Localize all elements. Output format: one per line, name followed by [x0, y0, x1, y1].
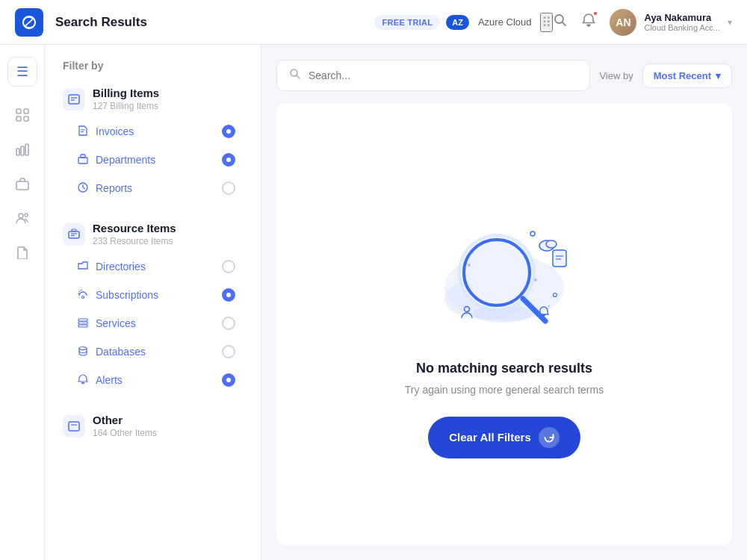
subscriptions-icon — [78, 289, 88, 302]
billing-filter-items: Invoices Departments — [63, 119, 243, 201]
other-group-title: Other — [93, 414, 157, 426]
no-results-title: No matching search results — [416, 361, 592, 376]
filter-item-services[interactable]: Services — [70, 311, 243, 336]
free-trial-badge: FREE TRIAL — [374, 15, 440, 30]
svg-rect-26 — [78, 322, 87, 324]
alerts-icon — [78, 374, 88, 387]
resource-group-icon — [63, 223, 85, 246]
directories-label: Directories — [96, 261, 146, 273]
user-subtitle: Cloud Banking Acc... — [644, 23, 720, 32]
filter-item-databases[interactable]: Databases — [70, 339, 243, 364]
navbar-center: FREE TRIAL AZ Azure Cloud ⠿ — [374, 13, 553, 32]
sidebar-icon-file[interactable] — [7, 237, 37, 267]
resource-group-count: 233 Resource Items — [93, 236, 176, 246]
sidebar-icon-chart[interactable] — [7, 134, 37, 164]
view-by-button[interactable]: Most Recent ▾ — [642, 63, 732, 88]
cloud-name: Azure Cloud — [478, 16, 532, 28]
reports-icon — [78, 182, 88, 195]
departments-label: Departments — [96, 154, 155, 166]
empty-illustration — [422, 190, 586, 340]
filter-group-resource-header: Resource Items 233 Resource Items — [63, 222, 243, 246]
hamburger-button[interactable]: ☰ — [7, 57, 37, 87]
svg-rect-7 — [21, 146, 24, 155]
navbar-right: AN Aya Nakamura Cloud Banking Acc... ▾ — [553, 9, 732, 36]
search-input[interactable] — [309, 69, 577, 81]
filter-group-billing-header: Billing Items 127 Billing Items — [63, 87, 243, 111]
svg-point-28 — [79, 346, 87, 349]
svg-rect-23 — [72, 229, 76, 231]
databases-label: Databases — [96, 346, 146, 358]
more-options-button[interactable]: ⠿ — [540, 13, 553, 32]
user-area[interactable]: AN Aya Nakamura Cloud Banking Acc... ▾ — [610, 9, 732, 36]
filter-item-alerts[interactable]: Alerts — [70, 367, 243, 393]
main-layout: ☰ Filter by Billing Items — [0, 45, 747, 560]
databases-radio[interactable] — [222, 345, 235, 358]
departments-icon — [78, 154, 88, 167]
clear-filters-button[interactable]: Clear All Filters — [428, 417, 580, 458]
sidebar-icon-grid[interactable] — [7, 100, 37, 130]
svg-point-49 — [534, 279, 537, 281]
filter-item-subscriptions[interactable]: Subscriptions — [70, 282, 243, 308]
svg-rect-18 — [81, 155, 85, 158]
app-logo — [15, 8, 43, 37]
filter-item-reports[interactable]: Reports — [70, 175, 243, 201]
directories-radio[interactable] — [222, 260, 235, 273]
user-name: Aya Nakamura — [644, 12, 720, 23]
reports-radio[interactable] — [222, 181, 235, 195]
svg-rect-4 — [16, 116, 21, 121]
invoices-label: Invoices — [96, 125, 134, 137]
resource-filter-items: Directories Subscriptions — [63, 254, 243, 393]
svg-point-24 — [82, 296, 84, 298]
services-label: Services — [96, 317, 136, 329]
services-icon — [78, 317, 88, 330]
billing-group-count: 127 Billing Items — [93, 101, 159, 111]
invoices-radio[interactable] — [222, 125, 235, 138]
notification-dot — [592, 10, 598, 16]
billing-group-icon — [63, 88, 85, 111]
other-group-count: 164 Other Items — [93, 428, 157, 438]
filter-group-billing: Billing Items 127 Billing Items Invoices — [63, 87, 243, 201]
filter-item-directories[interactable]: Directories — [70, 254, 243, 279]
svg-point-11 — [25, 214, 28, 217]
search-bar-row: View by Most Recent ▾ — [276, 60, 732, 91]
alerts-label: Alerts — [96, 374, 123, 386]
filter-group-other-header: Other 164 Other Items — [63, 414, 243, 438]
filter-panel: Filter by Billing Items 127 Billing Item… — [45, 45, 261, 560]
alerts-radio[interactable] — [222, 373, 235, 387]
svg-point-48 — [468, 264, 471, 267]
svg-line-1 — [562, 22, 566, 26]
svg-rect-2 — [16, 109, 21, 113]
filter-group-resource: Resource Items 233 Resource Items Direct… — [63, 222, 243, 393]
directories-icon — [78, 261, 88, 273]
refresh-icon — [539, 427, 560, 448]
view-by-label: View by — [599, 70, 633, 81]
icon-sidebar: ☰ — [0, 45, 45, 560]
services-radio[interactable] — [222, 317, 235, 330]
svg-rect-20 — [69, 231, 79, 238]
invoices-icon — [78, 125, 88, 138]
svg-rect-12 — [69, 95, 79, 104]
departments-radio[interactable] — [222, 153, 235, 167]
search-button[interactable] — [553, 13, 568, 31]
sidebar-icon-users[interactable] — [7, 203, 37, 233]
sidebar-icon-briefcase[interactable] — [7, 169, 37, 199]
svg-rect-6 — [16, 149, 19, 155]
svg-rect-17 — [78, 158, 87, 164]
notification-button[interactable] — [581, 13, 596, 31]
svg-rect-25 — [78, 319, 87, 321]
svg-rect-29 — [69, 422, 79, 431]
svg-rect-42 — [553, 250, 566, 267]
filter-title: Filter by — [63, 60, 243, 72]
svg-point-45 — [530, 231, 535, 236]
main-content: View by Most Recent ▾ — [261, 45, 747, 560]
filter-item-departments[interactable]: Departments — [70, 147, 243, 172]
filter-group-other: Other 164 Other Items — [63, 414, 243, 438]
subscriptions-radio[interactable] — [222, 288, 235, 302]
svg-rect-9 — [16, 181, 28, 190]
filter-item-invoices[interactable]: Invoices — [70, 119, 243, 144]
navbar: Search Results FREE TRIAL AZ Azure Cloud… — [0, 0, 747, 45]
az-badge: AZ — [446, 15, 469, 30]
user-chevron-icon: ▾ — [728, 17, 732, 28]
svg-rect-3 — [24, 109, 28, 113]
no-results-subtitle: Try again using more general search term… — [405, 384, 604, 396]
